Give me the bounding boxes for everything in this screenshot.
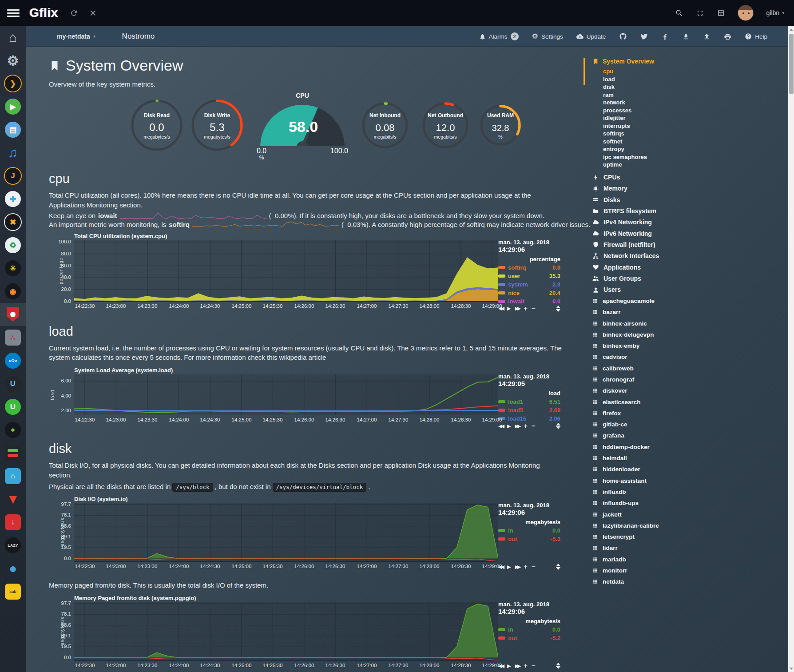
sidebar-app-home-assistant[interactable]: ⌂ (0, 465, 26, 488)
sidebar-section-network-interfaces[interactable]: Network Interfaces (582, 251, 786, 262)
sidebar-app-firefox[interactable]: firefox (582, 408, 786, 419)
sidebar-item-interrupts[interactable]: interrupts (603, 122, 786, 130)
sidebar-app-cadvisor[interactable]: cadvisor (582, 351, 786, 362)
chart-system-cpu[interactable] (74, 240, 498, 302)
gauge-cpu[interactable]: CPU 58.0 0.0% 100.0 (256, 92, 349, 161)
legend-system-load-load1[interactable]: load16.51 (498, 398, 560, 406)
sidebar-app-calibre-web[interactable]: ▤ (0, 118, 26, 141)
chart-play-button[interactable]: ▶ (507, 663, 511, 669)
changelog-icon[interactable] (717, 9, 725, 17)
sidebar-app-elasticsearch[interactable]: elasticsearch (582, 396, 786, 407)
sidebar-app-emby[interactable]: ▶ (0, 95, 26, 118)
my-netdata-dropdown[interactable]: my-netdata ▼ (57, 33, 96, 40)
fullscreen-icon[interactable] (696, 9, 704, 17)
sidebar-item-ram[interactable]: ram (603, 91, 786, 99)
upload-icon[interactable] (703, 33, 711, 40)
legend-system-load-load15[interactable]: load152.06 (498, 414, 560, 423)
sidebar-app-binhex-emby[interactable]: binhex-emby (582, 340, 786, 351)
sidebar-app-apacheguacamole[interactable]: apacheguacamole (582, 295, 786, 306)
legend-system-io-in[interactable]: in0.0 (498, 526, 560, 535)
chart-zoom-in-button[interactable]: + (524, 663, 528, 668)
sidebar-section-firewall-netfilter-[interactable]: Firewall (netfilter) (582, 239, 786, 250)
sidebar-item-network[interactable]: network (603, 99, 786, 107)
sidebar-app-calibreweb[interactable]: calibreweb (582, 363, 786, 374)
sidebar-app-plex[interactable]: ❯ (0, 72, 26, 95)
user-menu[interactable]: gilbn▼ (766, 9, 785, 16)
sidebar-app-influxdb-ups[interactable]: influxdb-ups (582, 497, 786, 509)
chart-play-button[interactable]: ▶ (507, 423, 511, 429)
sidebar-app-lazylibrarian[interactable]: LAZY (0, 534, 26, 557)
chart-resize-handle[interactable] (556, 423, 560, 429)
sidebar-item-softnet[interactable]: softnet (603, 138, 786, 146)
sidebar-app-airsonic[interactable]: ♫ (0, 141, 26, 164)
chart-resize-handle[interactable] (556, 663, 560, 669)
sidebar-app-duplicati[interactable]: ● (0, 557, 26, 580)
legend-system-cpu-user[interactable]: user35.3 (498, 272, 560, 280)
avatar[interactable] (738, 5, 754, 21)
chart-system-load[interactable] (74, 374, 498, 415)
scrollbar-up-arrow[interactable] (788, 26, 794, 32)
sidebar-app-app-x[interactable]: ✖ (0, 211, 26, 234)
sidebar-app-netdata-shield[interactable] (0, 303, 26, 326)
sidebar-section-disks[interactable]: Disks (582, 194, 786, 205)
sidebar-app-monitorr[interactable] (0, 441, 26, 465)
sidebar-app-nextcloud[interactable]: oOo (0, 349, 26, 372)
sidebar-app-hddtemp-docker[interactable]: hddtemp-docker (582, 441, 786, 453)
sidebar-app-diskover[interactable]: diskover (582, 385, 786, 396)
sidebar-app-settings[interactable]: ⚙ (0, 49, 26, 72)
sidebar-item-disk[interactable]: disk (603, 83, 786, 91)
gauge-disk-read[interactable]: Disk Read 0.0 megabytes/s (128, 96, 186, 156)
chart-play-button[interactable]: ▶ (507, 306, 511, 311)
chart-play-button[interactable]: ▶ (507, 564, 511, 570)
search-icon[interactable] (675, 9, 683, 17)
sidebar-app-gitlab-ce[interactable]: gitlab-ce (582, 419, 786, 430)
chart-forward-button[interactable]: ▶▶ (515, 306, 520, 311)
sidebar-app-home[interactable]: ⌂ (0, 26, 26, 49)
sidebar-section-users[interactable]: Users (582, 284, 786, 295)
chart-system-pgpgio[interactable] (74, 602, 498, 661)
sidebar-item-uptime[interactable]: uptime (603, 161, 786, 169)
sidebar-app-youtube-dl[interactable]: ↓ (0, 511, 26, 534)
sidebar-app-home-assistant[interactable]: home-assistant (582, 475, 786, 486)
legend-system-cpu-softirq[interactable]: softirq0.0 (498, 263, 560, 272)
sidebar-section-ipv6-networking[interactable]: IPv6 Networking (582, 228, 786, 239)
sidebar-section-btrfs-filesystem[interactable]: BTRFS filesystem (582, 205, 786, 216)
sidebar-app-ubooquity[interactable]: U (0, 372, 26, 395)
chart-forward-button[interactable]: ▶▶ (515, 564, 520, 570)
sidebar-app-binhex-delugevpn[interactable]: binhex-delugevpn (582, 329, 786, 340)
chart-zoom-out-button[interactable]: − (532, 663, 536, 668)
update-button[interactable]: Update (576, 33, 606, 40)
sidebar-section-cpus[interactable]: CPUs (582, 172, 786, 183)
gauge-net-inbound[interactable]: Net Inbound 0.08 megabits/s (359, 99, 411, 153)
chart-zoom-in-button[interactable]: + (524, 306, 528, 311)
chart-resize-handle[interactable] (556, 564, 560, 570)
chart-zoom-out-button[interactable]: − (532, 564, 536, 569)
sidebar-app-diskover[interactable]: ✳ (0, 257, 26, 280)
sidebar-app-berries[interactable]: ∴ (0, 326, 26, 349)
sidebar-app-grafana[interactable]: ◉ (0, 280, 26, 303)
chart-resize-handle[interactable] (556, 306, 560, 312)
sidebar-item-cpu[interactable]: cpu (603, 68, 786, 76)
facebook-icon[interactable] (661, 33, 669, 40)
help-button[interactable]: Help (745, 33, 767, 40)
sidebar-app-netdata[interactable]: netdata (582, 576, 786, 587)
alarms-button[interactable]: Alarms 2 (479, 32, 519, 40)
sidebar-item-softirqs[interactable]: softirqs (603, 130, 786, 138)
sidebar-item-system-overview[interactable]: System Overview (592, 58, 786, 65)
sidebar-app-binhex-airsonic[interactable]: binhex-airsonic (582, 318, 786, 329)
sidebar-app-grafana[interactable]: grafana (582, 430, 786, 441)
sidebar-section-user-groups[interactable]: User Groups (582, 273, 786, 284)
sidebar-app-jackett[interactable]: J (0, 164, 26, 187)
chart-zoom-out-button[interactable]: − (532, 306, 536, 311)
legend-system-load-load5[interactable]: load52.68 (498, 406, 560, 414)
sidebar-app-jackett[interactable]: jackett (582, 509, 786, 520)
sidebar-app-lidarr[interactable]: lidarr (582, 542, 786, 553)
app-logo[interactable]: Gflix (29, 6, 58, 20)
scrollbar-down-arrow[interactable] (788, 665, 794, 672)
chart-system-io[interactable] (74, 503, 498, 562)
scrollbar[interactable] (788, 26, 794, 672)
close-icon[interactable]: × (90, 7, 96, 19)
legend-system-pgpgio-out[interactable]: out-5.2 (498, 634, 560, 642)
sidebar-app-chronograf[interactable]: chronograf (582, 374, 786, 385)
legend-system-io-out[interactable]: out-5.3 (498, 535, 560, 543)
